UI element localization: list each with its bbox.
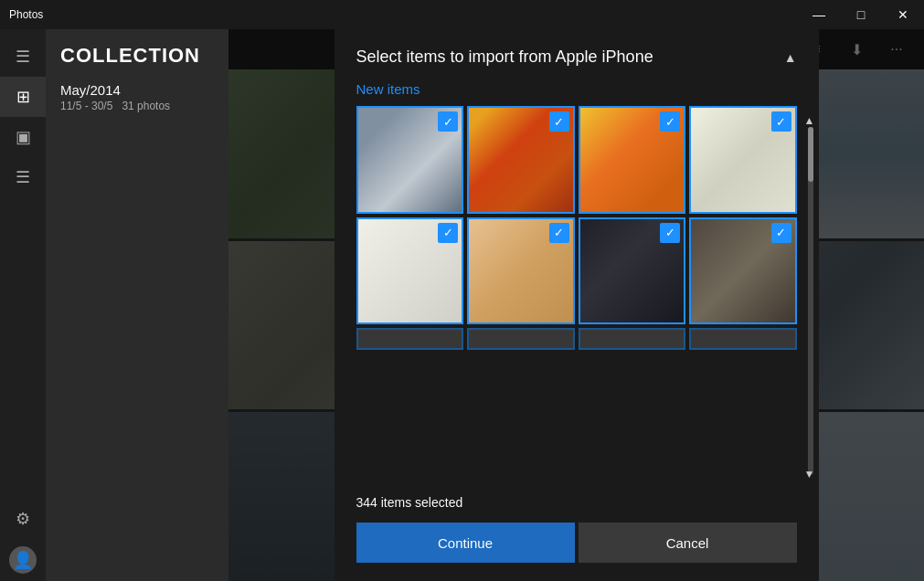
partial-1 <box>356 328 464 350</box>
sidebar-bottom: ⚙ 👤 <box>0 499 46 574</box>
panel-title: COLLECTION <box>60 44 214 68</box>
partial-4 <box>689 328 797 350</box>
check-4: ✓ <box>771 111 791 132</box>
seafood-photo[interactable]: ✓ <box>689 106 797 214</box>
date-label: May/2014 <box>60 82 214 98</box>
scroll-up-arrow[interactable]: ▲ <box>784 50 797 65</box>
app-layout: ☰ ⊞ ▣ ☰ ⚙ 👤 COLLECTION May/2014 11/5 - 3… <box>0 29 924 581</box>
date-range: 11/5 - 30/5 <box>60 100 112 112</box>
import-modal: Select items to import from Apple iPhone… <box>335 29 819 581</box>
partial-3 <box>579 328 686 350</box>
modal-buttons: Continue Cancel <box>356 523 797 563</box>
date-meta: 11/5 - 30/5 31 photos <box>60 100 214 112</box>
scroll-down-icon[interactable]: ▼ <box>804 468 815 481</box>
scrollbar-track <box>808 127 813 475</box>
modal-body: New items ✓ ✓ ✓ ✓ <box>335 81 819 484</box>
modal-title: Select items to import from Apple iPhone <box>356 48 653 67</box>
panel-header: COLLECTION <box>46 29 228 75</box>
scrollbar-thumb[interactable] <box>808 127 813 182</box>
cancel-button[interactable]: Cancel <box>579 523 797 563</box>
photo-count: 31 photos <box>122 100 170 112</box>
photo-grid-row2: ✓ ✓ ✓ ✓ <box>356 217 797 325</box>
albums-nav-icon[interactable]: ▣ <box>0 117 46 157</box>
check-1: ✓ <box>438 111 458 132</box>
minimize-button[interactable]: — <box>798 0 840 29</box>
modal-header: Select items to import from Apple iPhone… <box>335 29 819 81</box>
titlebar: Photos — □ ✕ <box>0 0 924 29</box>
hamburger-menu-icon[interactable]: ☰ <box>0 37 46 77</box>
app-title: Photos <box>0 8 798 21</box>
settings-icon[interactable]: ⚙ <box>0 499 46 539</box>
market-red-photo[interactable]: ✓ <box>467 106 575 214</box>
window-controls: — □ ✕ <box>798 0 924 29</box>
modal-footer: 344 items selected Continue Cancel <box>335 484 819 581</box>
close-button[interactable]: ✕ <box>882 0 924 29</box>
continue-button[interactable]: Continue <box>356 523 575 563</box>
date-group[interactable]: May/2014 11/5 - 30/5 31 photos <box>46 75 228 120</box>
modal-overlay: Select items to import from Apple iPhone… <box>228 29 924 581</box>
partial-2 <box>467 328 575 350</box>
collection-nav-icon[interactable]: ⊞ <box>0 77 46 117</box>
sidebar: ☰ ⊞ ▣ ☰ ⚙ 👤 <box>0 29 46 581</box>
left-panel: COLLECTION May/2014 11/5 - 30/5 31 photo… <box>46 29 228 581</box>
selected-count: 344 items selected <box>356 495 797 510</box>
check-6: ✓ <box>549 223 569 243</box>
garlic-photo[interactable]: ✓ <box>356 217 464 325</box>
folders-nav-icon[interactable]: ☰ <box>0 157 46 197</box>
maximize-button[interactable]: □ <box>840 0 882 29</box>
clams-photo[interactable]: ✓ <box>689 217 797 325</box>
partial-photo-row <box>356 328 797 350</box>
market-yellow-photo[interactable]: ✓ <box>579 106 686 214</box>
check-2: ✓ <box>549 111 569 132</box>
check-8: ✓ <box>771 223 791 243</box>
check-7: ✓ <box>660 223 680 243</box>
photo-grid-row1: ✓ ✓ ✓ ✓ <box>356 106 797 214</box>
shrimp-photo[interactable]: ✓ <box>467 217 575 325</box>
check-5: ✓ <box>438 223 458 243</box>
main-content: ↻ ≡ ⬇ ··· Select items to import from Ap… <box>228 29 924 581</box>
section-label: New items <box>356 81 797 97</box>
avatar[interactable]: 👤 <box>9 546 37 574</box>
mussels-photo[interactable]: ✓ <box>579 217 686 325</box>
scroll-up-icon[interactable]: ▲ <box>804 114 815 127</box>
check-3: ✓ <box>660 111 680 132</box>
building-photo[interactable]: ✓ <box>356 106 464 214</box>
